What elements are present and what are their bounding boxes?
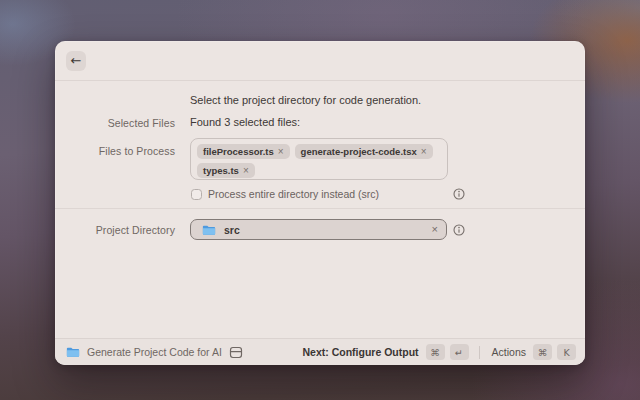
- instruction-text: Select the project directory for code ge…: [190, 94, 421, 106]
- back-button[interactable]: ←: [66, 51, 86, 71]
- cmd-key-badge: ⌘: [426, 344, 445, 360]
- remove-tag-icon[interactable]: ×: [278, 146, 284, 157]
- footer-right: Next: Configure Output ⌘ ↵ Actions ⌘ K: [302, 344, 576, 360]
- tag-row: types.ts ×: [197, 163, 441, 178]
- drive-icon: [229, 346, 243, 359]
- selected-files-label: Selected Files: [55, 117, 175, 129]
- file-tag[interactable]: types.ts ×: [197, 163, 255, 178]
- app-name: Generate Project Code for AI: [87, 346, 222, 358]
- actions-button[interactable]: Actions: [492, 346, 526, 358]
- section-divider: [55, 208, 585, 209]
- window-header: ←: [55, 41, 585, 81]
- file-tag[interactable]: generate-project-code.tsx ×: [295, 144, 433, 159]
- k-key-badge: K: [557, 344, 576, 360]
- directory-checkbox-label: Process entire directory instead (src): [208, 188, 379, 200]
- footer-bar: Generate Project Code for AI Next: Confi…: [55, 338, 585, 365]
- info-icon[interactable]: [453, 188, 465, 200]
- remove-tag-icon[interactable]: ×: [421, 146, 427, 157]
- files-to-process-label: Files to Process: [55, 145, 175, 157]
- next-action-button[interactable]: Next: Configure Output: [302, 346, 418, 358]
- info-icon[interactable]: [453, 224, 465, 236]
- selected-files-value: Found 3 selected files:: [190, 116, 300, 128]
- project-directory-label: Project Directory: [55, 224, 175, 236]
- app-folder-icon: [66, 346, 80, 358]
- file-tag-label: generate-project-code.tsx: [301, 146, 417, 157]
- file-tag-label: fileProcessor.ts: [203, 146, 274, 157]
- file-tag-label: types.ts: [203, 165, 239, 176]
- footer-left: Generate Project Code for AI: [66, 346, 243, 359]
- raycast-window: ← Select the project directory for code …: [55, 41, 585, 365]
- clear-directory-icon[interactable]: ×: [432, 224, 438, 235]
- project-directory-field[interactable]: src ×: [190, 219, 447, 240]
- project-directory-value: src: [224, 224, 432, 236]
- cmd-key-badge: ⌘: [533, 344, 552, 360]
- return-key-badge: ↵: [450, 344, 469, 360]
- directory-checkbox[interactable]: [191, 189, 202, 200]
- remove-tag-icon[interactable]: ×: [243, 165, 249, 176]
- footer-divider: [479, 346, 480, 359]
- tag-row: fileProcessor.ts × generate-project-code…: [197, 144, 441, 159]
- files-tag-container: fileProcessor.ts × generate-project-code…: [190, 138, 448, 180]
- file-tag[interactable]: fileProcessor.ts ×: [197, 144, 290, 159]
- folder-icon: [202, 224, 216, 236]
